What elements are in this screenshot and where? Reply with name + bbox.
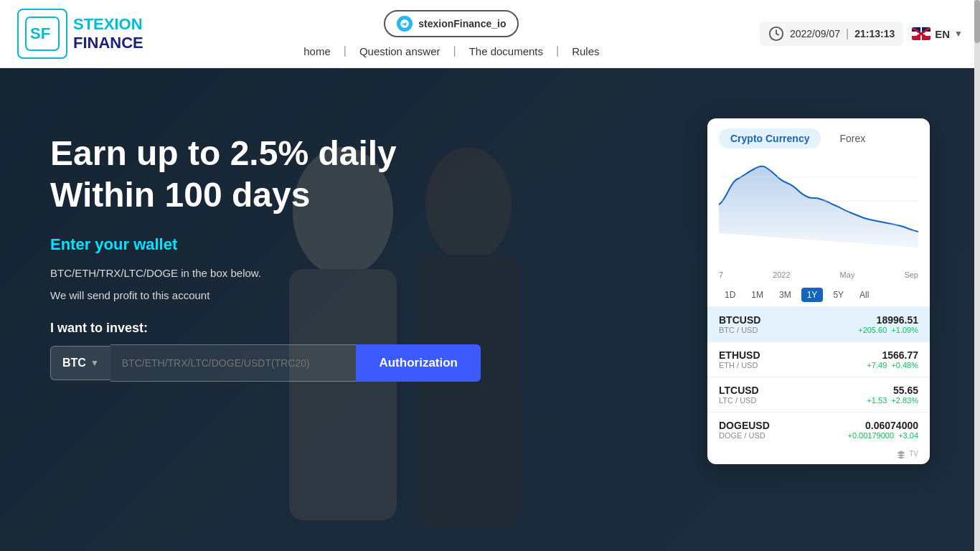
lang-chevron-icon: ▼: [954, 29, 963, 39]
telegram-button[interactable]: stexionFinance_io: [384, 10, 519, 37]
time-label-may: May: [840, 270, 855, 279]
period-1y[interactable]: 1Y: [801, 288, 824, 302]
chart-area: [707, 149, 930, 270]
ethusd-pair: ETH / USD: [719, 361, 760, 369]
clock-time: 21:13:13: [854, 28, 895, 39]
flag-icon: [912, 27, 930, 40]
logo-area: SF STEXION FINANCE: [17, 9, 143, 59]
dropdown-arrow-icon: ▼: [90, 358, 99, 368]
btcusd-pair: BTC / USD: [719, 326, 760, 334]
tradingview-logo: TV: [707, 447, 930, 464]
ethusd-change: +7.49 +0.48%: [867, 361, 918, 369]
period-1d[interactable]: 1D: [719, 288, 741, 302]
dogeusd-pair: DOGE / USD: [719, 431, 770, 440]
chart-period-buttons: 1D 1M 3M 1Y 5Y All: [707, 283, 930, 306]
language-selector[interactable]: EN ▼: [912, 27, 963, 40]
authorization-button[interactable]: Authorization: [356, 344, 481, 382]
hero-desc-line1: BTC/ETH/TRX/LTC/DOGE in the box below.: [50, 265, 679, 282]
hero-content: Earn up to 2.5% daily Within 100 days En…: [0, 68, 980, 551]
hero-section: Earn up to 2.5% daily Within 100 days En…: [0, 68, 980, 551]
tab-forex[interactable]: Forex: [828, 128, 877, 149]
logo-stexion: STEXION: [73, 15, 143, 34]
ethusd-name: ETHUSD: [719, 349, 760, 361]
hero-desc-line2: We will send profit to this account: [50, 288, 679, 304]
chart-panel: Crypto Currency Forex: [707, 118, 930, 464]
nav-docs[interactable]: The documents: [469, 45, 543, 57]
ltcusd-pair: LTC / USD: [719, 396, 759, 405]
chart-time-labels: 7 2022 May Sep: [707, 270, 930, 283]
headline-line2: Within 100 days: [50, 174, 679, 216]
ethusd-price: 1566.77: [867, 349, 918, 361]
invest-form: BTC ▼ Authorization: [50, 344, 481, 382]
period-all[interactable]: All: [854, 288, 875, 302]
logo-icon: SF: [17, 9, 67, 59]
scrollbar-thumb[interactable]: [974, 0, 980, 43]
dogeusd-change: +0.00179000 +3.04: [848, 431, 918, 440]
header-right: 2022/09/07 | 21:13:13 EN ▼: [760, 22, 963, 46]
ltcusd-price: 55.65: [867, 385, 918, 396]
invest-label: I want to invest:: [50, 321, 679, 336]
btcusd-price: 18996.51: [858, 314, 918, 326]
crypto-row-dogeusd[interactable]: DOGEUSD DOGE / USD 0.06074000 +0.0017900…: [707, 412, 930, 447]
price-chart: [719, 154, 918, 248]
header: SF STEXION FINANCE stexionFinance_io hom…: [0, 0, 980, 68]
svg-text:SF: SF: [30, 24, 50, 42]
time-label-sep: Sep: [904, 270, 918, 279]
logo-text: STEXION FINANCE: [73, 15, 143, 52]
scrollbar-track: [974, 0, 980, 551]
period-3m[interactable]: 3M: [773, 288, 797, 302]
time-label-7: 7: [719, 270, 723, 279]
wallet-input[interactable]: [110, 344, 357, 382]
ltcusd-change: +1.53 +2.83%: [867, 396, 918, 405]
ltcusd-name: LTCUSD: [719, 385, 759, 396]
logo-finance: FINANCE: [73, 34, 143, 52]
btc-dropdown[interactable]: BTC ▼: [50, 346, 110, 380]
chart-tabs: Crypto Currency Forex: [707, 118, 930, 149]
nav-links: home | Question answer | The documents |…: [303, 44, 599, 57]
crypto-row-btcusd[interactable]: BTCUSD BTC / USD 18996.51 +205.60 +1.09%: [707, 306, 930, 342]
telegram-icon: [397, 16, 413, 32]
tradingview-icon: [896, 450, 906, 460]
hero-headline: Earn up to 2.5% daily Within 100 days: [50, 133, 679, 215]
lang-label: EN: [935, 28, 950, 40]
wallet-title: Enter your wallet: [50, 235, 679, 254]
crypto-row-ltcusd[interactable]: LTCUSD LTC / USD 55.65 +1.53 +2.83%: [707, 377, 930, 412]
tab-crypto[interactable]: Crypto Currency: [719, 128, 821, 149]
hero-left: Earn up to 2.5% daily Within 100 days En…: [50, 111, 679, 382]
period-5y[interactable]: 5Y: [827, 288, 849, 302]
nav-home[interactable]: home: [303, 45, 331, 57]
dogeusd-price: 0.06074000: [848, 420, 918, 431]
time-label-2022: 2022: [773, 270, 790, 279]
clock-icon: [768, 26, 784, 42]
btcusd-change: +205.60 +1.09%: [858, 326, 918, 334]
dogeusd-name: DOGEUSD: [719, 420, 770, 431]
telegram-label: stexionFinance_io: [418, 18, 506, 29]
headline-line1: Earn up to 2.5% daily: [50, 133, 679, 174]
btc-label: BTC: [62, 357, 86, 369]
btcusd-name: BTCUSD: [719, 314, 760, 326]
crypto-row-ethusd[interactable]: ETHUSD ETH / USD 1566.77 +7.49 +0.48%: [707, 342, 930, 377]
clock-area: 2022/09/07 | 21:13:13: [760, 22, 903, 46]
clock-date: 2022/09/07: [790, 28, 840, 39]
nav-qa[interactable]: Question answer: [359, 45, 440, 57]
nav-rules[interactable]: Rules: [572, 45, 599, 57]
period-1m[interactable]: 1M: [745, 288, 769, 302]
